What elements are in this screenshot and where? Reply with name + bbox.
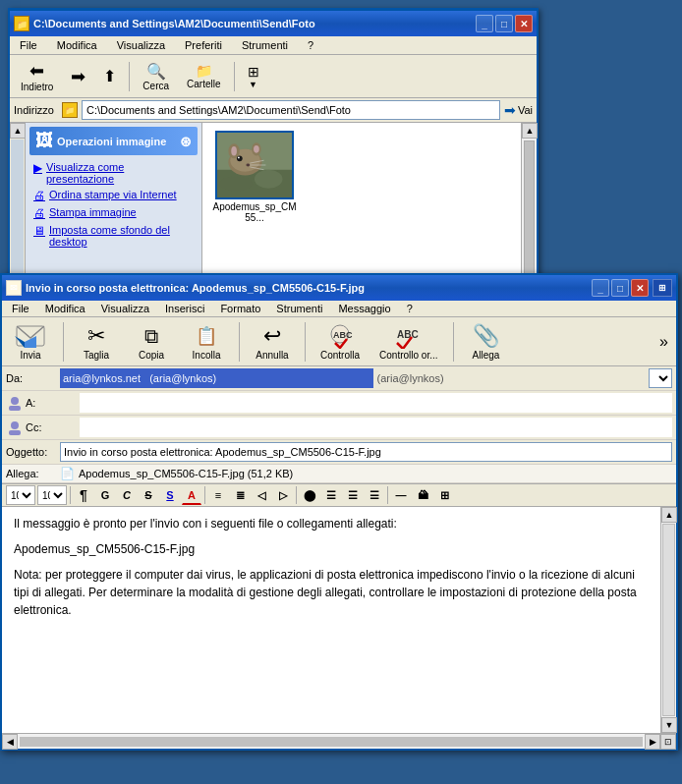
search-button[interactable]: 🔍 Cerca <box>136 59 176 94</box>
email-scroll-up[interactable]: ▲ <box>661 507 677 523</box>
sidebar-link-order[interactable]: 🖨 Ordina stampe via Internet <box>29 187 198 204</box>
cc-field-row: Cc: <box>2 416 676 440</box>
back-button[interactable]: ⬅ Indietro <box>14 57 60 95</box>
address-input[interactable] <box>82 100 500 120</box>
align-right-btn[interactable]: ☰ <box>343 485 363 505</box>
email-menu-help[interactable]: ? <box>401 302 419 315</box>
from-input[interactable] <box>60 368 373 388</box>
explorer-menu-visualizza[interactable]: Visualizza <box>111 38 171 52</box>
email-minimize-button[interactable]: _ <box>592 279 609 297</box>
email-menu-inserisci[interactable]: Inserisci <box>159 302 210 315</box>
cc-icon <box>6 420 24 435</box>
address-go-arrow[interactable]: ➡ Vai <box>504 102 533 118</box>
folders-button[interactable]: 📁 Cartelle <box>180 60 227 92</box>
email-scroll-thumb[interactable] <box>662 524 675 716</box>
cut-icon: ✂ <box>81 322 112 350</box>
paste-button[interactable]: 📋 Incolla <box>182 319 231 364</box>
back-label: Indietro <box>21 82 53 92</box>
undo-label: Annulla <box>256 350 288 361</box>
to-label: A: <box>26 397 80 409</box>
font-size-select[interactable]: 10 <box>6 485 35 505</box>
scroll-up-arrow[interactable]: ▲ <box>10 123 26 139</box>
sidebar-link-wallpaper[interactable]: 🖥 Imposta come sfondo del desktop <box>29 222 198 250</box>
cut-button[interactable]: ✂ Taglia <box>72 319 121 364</box>
hr-btn[interactable]: — <box>391 485 411 505</box>
from-dropdown-arrow[interactable] <box>649 368 672 388</box>
explorer-menu-help[interactable]: ? <box>302 38 319 52</box>
email-menu-formato[interactable]: Formato <box>214 302 266 315</box>
paragraph-btn[interactable]: ¶ <box>74 485 93 505</box>
indent-btn[interactable]: ▷ <box>273 485 293 505</box>
svg-text:ABC: ABC <box>397 329 419 340</box>
subject-input[interactable] <box>60 442 672 462</box>
email-menu-messaggio[interactable]: Messaggio <box>332 302 396 315</box>
sidebar-collapse-icon[interactable]: ⊛ <box>180 134 192 149</box>
email-window: ✉ Invio in corso posta elettronica: Apod… <box>0 273 678 751</box>
email-menu-modifica[interactable]: Modifica <box>39 302 91 315</box>
italic-btn[interactable]: C <box>117 485 137 505</box>
explorer-minimize-button[interactable]: _ <box>476 15 493 32</box>
email-h-scroll-left[interactable]: ◀ <box>2 734 18 750</box>
justify-btn[interactable]: ☰ <box>365 485 384 505</box>
to-input[interactable] <box>80 393 672 413</box>
search-label: Cerca <box>142 81 169 91</box>
from-select[interactable] <box>649 368 672 388</box>
align-left-btn[interactable]: ⬤ <box>300 485 319 505</box>
email-menu-strumenti[interactable]: Strumenti <box>270 302 328 315</box>
check-button[interactable]: ABC Controlla <box>313 319 367 364</box>
table-btn[interactable]: ⊞ <box>434 485 454 505</box>
file-item[interactable]: Apodemus_sp_CM55... <box>210 131 299 223</box>
underline-btn[interactable]: S <box>160 485 180 505</box>
explorer-toolbar: ⬅ Indietro ➡ ⬆ 🔍 Cerca 📁 Cartelle ⊞ ▼ <box>10 55 537 98</box>
outdent-btn[interactable]: ◁ <box>252 485 271 505</box>
sidebar-link-print[interactable]: 🖨 Stampa immagine <box>29 204 198 222</box>
spelling-icon: ABC <box>393 322 425 350</box>
email-menu-visualizza[interactable]: Visualizza <box>95 302 155 315</box>
strikethrough-btn[interactable]: S <box>139 485 158 505</box>
spelling-button[interactable]: ABC Controllo or... <box>372 319 444 364</box>
to-icon <box>6 395 24 411</box>
image-btn[interactable]: 🏔 <box>413 485 432 505</box>
email-close-button[interactable]: ✕ <box>631 279 649 297</box>
check-icon: ABC <box>324 322 356 350</box>
attach-button[interactable]: 📎 Allega <box>462 319 511 364</box>
sidebar-header-text: Operazioni immagine <box>57 136 166 147</box>
send-button[interactable]: Invia <box>6 319 55 364</box>
toolbar-expand-button[interactable]: » <box>655 331 672 353</box>
email-menu-file[interactable]: File <box>6 302 35 315</box>
ul-btn[interactable]: ≡ <box>208 485 228 505</box>
email-h-scroll-track[interactable] <box>20 737 643 747</box>
email-maximize-button[interactable]: □ <box>611 279 629 297</box>
align-center-btn[interactable]: ☰ <box>321 485 341 505</box>
resize-grip[interactable]: ⊡ <box>660 734 676 750</box>
sidebar-link-icon-1: ▶ <box>33 161 42 175</box>
email-scroll-down[interactable]: ▼ <box>661 717 677 733</box>
ol-btn[interactable]: ≣ <box>230 485 250 505</box>
bold-btn[interactable]: G <box>95 485 115 505</box>
explorer-close-button[interactable]: ✕ <box>515 15 533 32</box>
explorer-menu-modifica[interactable]: Modifica <box>51 38 103 52</box>
undo-button[interactable]: ↩ Annulla <box>248 319 297 364</box>
sidebar-link-slideshow[interactable]: ▶ Visualizza come presentazione <box>29 159 198 187</box>
file-scroll-up[interactable]: ▲ <box>522 123 538 139</box>
email-body[interactable]: Il messaggio è pronto per l'invio con i … <box>2 507 660 733</box>
explorer-menu-preferiti[interactable]: Preferiti <box>179 38 228 52</box>
sidebar-link-icon-2: 🖨 <box>33 189 45 202</box>
views-button[interactable]: ⊞ ▼ <box>241 61 266 92</box>
email-h-scroll-right[interactable]: ▶ <box>645 734 660 750</box>
font-color-btn[interactable]: A <box>182 485 201 505</box>
explorer-menu-file[interactable]: File <box>14 38 43 52</box>
email-extra-btn[interactable]: ⊞ <box>653 279 672 297</box>
explorer-maximize-button[interactable]: □ <box>495 15 513 32</box>
address-bar: Indirizzo 📁 ➡ Vai <box>10 98 537 123</box>
folders-label: Cartelle <box>187 79 220 89</box>
zoom-select[interactable]: 10 <box>37 485 67 505</box>
email-toolbar-sep2 <box>239 322 240 362</box>
up-button[interactable]: ⬆ <box>96 64 123 88</box>
forward-button[interactable]: ➡ <box>64 63 92 90</box>
cut-label: Taglia <box>84 350 109 361</box>
cc-input[interactable] <box>80 418 672 437</box>
explorer-menu-strumenti[interactable]: Strumenti <box>236 38 294 52</box>
file-thumbnail <box>215 131 294 199</box>
copy-button[interactable]: ⧉ Copia <box>127 319 176 364</box>
